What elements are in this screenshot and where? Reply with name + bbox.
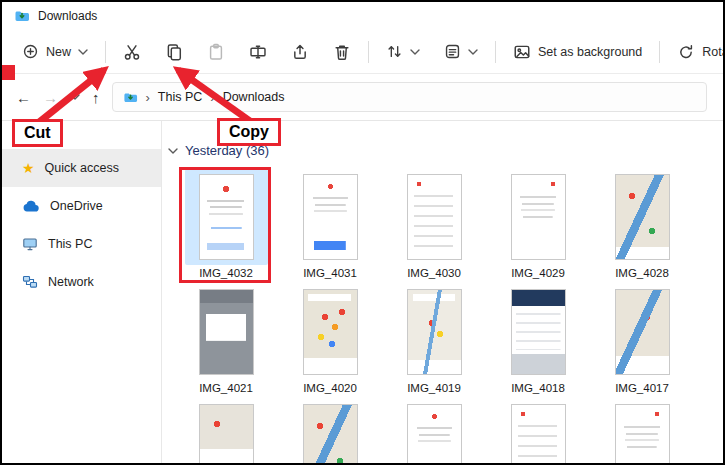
chevron-down-icon xyxy=(78,49,88,55)
sidebar-item-label: Quick access xyxy=(45,161,119,175)
title-bar: Downloads xyxy=(2,2,723,30)
file-label: IMG_4021 xyxy=(199,382,253,394)
file-label: IMG_4018 xyxy=(511,382,565,394)
share-icon xyxy=(291,43,309,61)
file-label: IMG_4020 xyxy=(303,382,357,394)
share-button[interactable] xyxy=(279,37,321,67)
toolbar-divider xyxy=(105,41,106,63)
file-list-pane: Yesterday (36) IMG_4032 IMG_4031 IMG_403… xyxy=(162,121,723,465)
file-thumbnail xyxy=(511,289,566,375)
file-item[interactable] xyxy=(278,395,382,465)
breadcrumb-chevron: › xyxy=(146,90,150,105)
sidebar-item-label: This PC xyxy=(48,237,92,251)
delete-button[interactable] xyxy=(321,37,363,67)
file-thumbnail xyxy=(407,174,462,260)
file-item-img-4032[interactable]: IMG_4032 xyxy=(174,165,278,280)
file-item-img-4030[interactable]: IMG_4030 xyxy=(382,165,486,280)
file-thumbnail xyxy=(615,289,670,375)
view-button[interactable] xyxy=(432,37,490,66)
computer-icon xyxy=(22,236,38,252)
trash-icon xyxy=(333,43,351,61)
downloads-folder-icon xyxy=(123,90,138,105)
file-thumbnail xyxy=(407,289,462,375)
file-item-img-4019[interactable]: IMG_4019 xyxy=(382,280,486,395)
command-toolbar: New xyxy=(2,30,723,74)
file-thumbnail xyxy=(199,289,254,375)
file-item-img-4031[interactable]: IMG_4031 xyxy=(278,165,382,280)
file-item-img-4018[interactable]: IMG_4018 xyxy=(486,280,590,395)
rename-icon xyxy=(249,43,267,61)
file-thumbnail xyxy=(303,289,358,375)
navigation-pane: ★ Quick access OneDrive This PC xyxy=(2,121,162,465)
cut-button[interactable] xyxy=(111,37,153,67)
sort-icon xyxy=(386,43,403,60)
toolbar-divider xyxy=(659,41,660,63)
file-item-img-4028[interactable]: IMG_4028 xyxy=(590,165,694,280)
file-explorer-window: Downloads New xyxy=(0,0,725,465)
navigation-bar: ← → ↑ › This PC › Downloads xyxy=(2,74,723,121)
address-bar[interactable]: › This PC › Downloads xyxy=(112,82,708,112)
paste-icon xyxy=(207,43,225,61)
new-button-label: New xyxy=(46,45,71,59)
toolbar-divider xyxy=(368,41,369,63)
copy-icon xyxy=(165,43,183,61)
forward-button[interactable]: → xyxy=(43,89,58,106)
file-thumbnail xyxy=(303,404,358,465)
file-item-img-4020[interactable]: IMG_4020 xyxy=(278,280,382,395)
cut-annotation-label: Cut xyxy=(12,119,63,147)
chevron-down-icon xyxy=(410,49,420,55)
file-item[interactable] xyxy=(174,395,278,465)
scissors-icon xyxy=(123,43,141,61)
chevron-down-icon xyxy=(168,148,178,154)
file-thumbnail xyxy=(615,174,670,260)
network-icon xyxy=(22,274,38,290)
breadcrumb-this-pc[interactable]: This PC xyxy=(158,90,202,104)
set-as-background-button[interactable]: Set as background xyxy=(501,37,654,67)
copy-button[interactable] xyxy=(153,37,195,67)
file-thumbnail xyxy=(615,404,670,465)
view-icon xyxy=(444,43,461,60)
file-label: IMG_4019 xyxy=(407,382,461,394)
picture-icon xyxy=(513,43,531,61)
cloud-icon xyxy=(22,199,40,213)
file-item[interactable] xyxy=(590,395,694,465)
file-label: IMG_4031 xyxy=(303,267,357,279)
file-item-img-4021[interactable]: IMG_4021 xyxy=(174,280,278,395)
sort-button[interactable] xyxy=(374,37,432,66)
rotate-button[interactable]: Rotat xyxy=(665,37,725,67)
file-label: IMG_4029 xyxy=(511,267,565,279)
paste-button[interactable] xyxy=(195,37,237,67)
sidebar-item-label: Network xyxy=(48,275,94,289)
back-button[interactable]: ← xyxy=(16,89,31,106)
sidebar-item-label: OneDrive xyxy=(50,199,103,213)
sidebar-item-this-pc[interactable]: This PC xyxy=(2,225,161,263)
sidebar-item-onedrive[interactable]: OneDrive xyxy=(2,187,161,225)
file-item[interactable] xyxy=(382,395,486,465)
set-as-background-label: Set as background xyxy=(538,45,642,59)
sidebar-item-quick-access[interactable]: ★ Quick access xyxy=(2,149,161,187)
new-button[interactable]: New xyxy=(10,37,100,66)
rotate-label: Rotat xyxy=(702,45,725,59)
file-thumbnail xyxy=(407,404,462,465)
up-button[interactable]: ↑ xyxy=(92,89,100,106)
breadcrumb-chevron: › xyxy=(210,90,214,105)
file-item-img-4017[interactable]: IMG_4017 xyxy=(590,280,694,395)
file-label: IMG_4017 xyxy=(615,382,669,394)
breadcrumb-downloads[interactable]: Downloads xyxy=(223,90,285,104)
file-thumbnail xyxy=(199,404,254,465)
file-thumbnail xyxy=(511,174,566,260)
file-thumbnail xyxy=(199,174,254,260)
file-thumbnail xyxy=(303,174,358,260)
file-grid: IMG_4032 IMG_4031 IMG_4030 IMG_4029 xyxy=(174,165,694,465)
sidebar-item-network[interactable]: Network xyxy=(2,263,161,301)
recent-locations-chevron-icon[interactable] xyxy=(70,94,80,100)
file-item[interactable] xyxy=(486,395,590,465)
window-title: Downloads xyxy=(38,9,97,23)
toolbar-divider xyxy=(495,41,496,63)
star-icon: ★ xyxy=(22,161,35,175)
rename-button[interactable] xyxy=(237,37,279,67)
file-label: IMG_4032 xyxy=(199,267,253,279)
file-thumbnail xyxy=(511,404,566,465)
file-item-img-4029[interactable]: IMG_4029 xyxy=(486,165,590,280)
rotate-icon xyxy=(677,43,695,61)
